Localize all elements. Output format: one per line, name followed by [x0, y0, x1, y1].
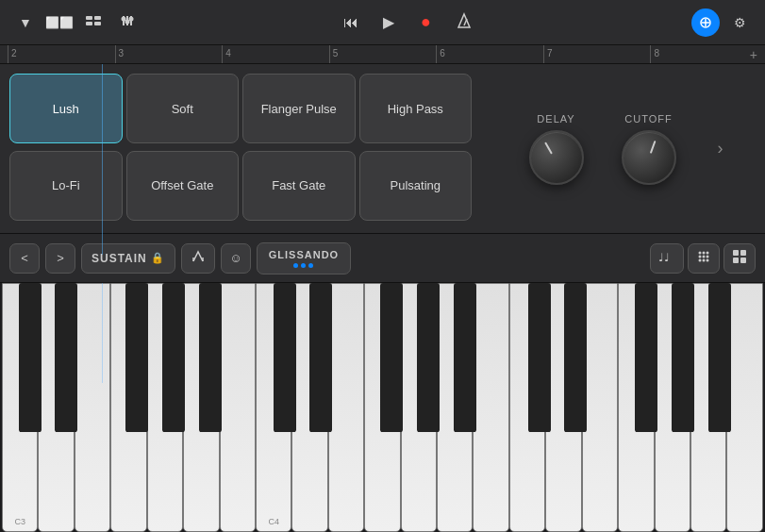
play-button[interactable]: ▶	[374, 8, 404, 38]
glissando-dot-1	[293, 263, 298, 268]
dots-button[interactable]	[688, 243, 720, 274]
rewind-icon: ⏮	[343, 14, 358, 31]
preset-flanger-pulse[interactable]: Flanger Pulse	[242, 74, 356, 143]
preset-offset-gate[interactable]: Offset Gate	[126, 151, 240, 221]
sustain-label: SUSTAIN	[91, 252, 147, 265]
cutoff-knob-container: CUTOFF	[622, 113, 676, 185]
svg-rect-28	[740, 250, 746, 256]
svg-point-25	[703, 259, 706, 262]
layout-button[interactable]: ⬜⬜	[45, 8, 74, 37]
preset-lo-fi[interactable]: Lo-Fi	[9, 151, 123, 221]
svg-point-24	[699, 259, 702, 262]
white-key-a5[interactable]	[690, 283, 726, 532]
add-track-button[interactable]: +	[750, 47, 757, 62]
gear-button[interactable]: ⚙	[725, 8, 754, 37]
ctrl-right: ♩♩	[650, 243, 756, 274]
list-button[interactable]	[79, 8, 108, 37]
record-button[interactable]: ●	[411, 8, 441, 38]
metronome-icon	[456, 12, 473, 33]
record-icon: ●	[421, 12, 431, 32]
dropdown-button[interactable]: ▼	[11, 8, 40, 37]
white-key-d4[interactable]	[291, 283, 327, 532]
dots-icon	[696, 249, 711, 267]
svg-rect-27	[733, 250, 739, 256]
cutoff-knob[interactable]	[622, 130, 676, 185]
emoji-button[interactable]: ☺	[221, 243, 251, 274]
ruler: 2 3 4 5 6 7 8 +	[0, 45, 765, 64]
svg-point-26	[707, 259, 709, 262]
list-icon	[86, 15, 101, 30]
emoji-icon: ☺	[229, 251, 241, 265]
glissando-label: GLISSANDO	[269, 249, 339, 260]
white-key-e3[interactable]	[75, 283, 110, 532]
gear-icon: ⚙	[734, 15, 746, 30]
svg-rect-29	[733, 258, 739, 263]
white-key-c5[interactable]	[509, 283, 545, 532]
ruler-mark-3: 3	[115, 45, 223, 63]
white-key-e4[interactable]	[328, 283, 364, 532]
preset-grid: Lush Soft Flanger Pulse High Pass Lo-Fi …	[0, 64, 481, 233]
white-key-b5[interactable]	[726, 283, 762, 532]
white-key-g4[interactable]	[401, 283, 437, 532]
lock-icon: 🔒	[151, 252, 165, 264]
white-key-a3[interactable]	[183, 283, 219, 532]
svg-point-22	[703, 256, 706, 258]
preset-lush[interactable]: Lush	[9, 74, 123, 143]
arpeggio-icon	[190, 248, 207, 268]
grid-button[interactable]	[723, 243, 756, 274]
svg-point-19	[703, 252, 706, 255]
preset-pulsating[interactable]: Pulsating	[359, 151, 473, 221]
forward-button[interactable]: >	[45, 243, 75, 274]
ruler-marks: 2 3 4 5 6 7 8	[8, 45, 757, 63]
white-key-f3[interactable]	[110, 283, 146, 532]
white-keys-container: C3 C4	[0, 283, 765, 532]
mixer-button[interactable]	[113, 8, 141, 37]
svg-point-7	[122, 17, 126, 22]
glissando-button[interactable]: GLISSANDO	[257, 242, 351, 274]
preset-soft[interactable]: Soft	[126, 74, 240, 143]
ruler-mark-8: 8	[650, 45, 757, 63]
white-key-c4[interactable]: C4	[256, 283, 291, 532]
back-button[interactable]: <	[9, 243, 40, 274]
delay-knob-container: DELAY	[529, 113, 584, 185]
arpeggio-button[interactable]	[181, 243, 215, 274]
metronome-button[interactable]	[449, 8, 479, 38]
main-content: Lush Soft Flanger Pulse High Pass Lo-Fi …	[0, 64, 765, 234]
white-key-b4[interactable]	[473, 283, 508, 532]
grid-icon	[732, 249, 747, 267]
play-icon: ▶	[383, 13, 394, 31]
svg-point-20	[707, 252, 709, 255]
sustain-button[interactable]: SUSTAIN 🔒	[81, 243, 175, 274]
white-key-d5[interactable]	[545, 283, 581, 532]
white-key-g3[interactable]	[147, 283, 183, 532]
white-key-f5[interactable]	[618, 283, 654, 532]
svg-point-23	[707, 256, 709, 258]
c4-label: C4	[268, 517, 279, 526]
glissando-indicators	[293, 263, 313, 268]
svg-rect-1	[94, 16, 101, 20]
svg-text:♩♩: ♩♩	[658, 251, 670, 264]
delay-knob[interactable]	[529, 130, 584, 185]
expand-button[interactable]: ›	[714, 135, 727, 162]
white-key-e5[interactable]	[582, 283, 618, 532]
controls-bar: < > SUSTAIN 🔒 ☺ GLISSANDO ♩♩	[0, 234, 765, 283]
dropdown-icon: ▼	[19, 15, 32, 30]
white-key-a4[interactable]	[437, 283, 473, 532]
active-icon[interactable]	[691, 8, 720, 37]
white-key-g5[interactable]	[655, 283, 690, 532]
ruler-mark-5: 5	[329, 45, 437, 63]
preset-high-pass[interactable]: High Pass	[359, 74, 473, 143]
svg-rect-0	[86, 16, 92, 20]
white-key-b3[interactable]	[220, 283, 256, 532]
svg-rect-3	[94, 22, 101, 25]
rewind-button[interactable]: ⏮	[336, 8, 366, 38]
timeline-area: 2 3 4 5 6 7 8 +	[0, 45, 765, 64]
notes-button[interactable]: ♩♩	[650, 243, 684, 274]
white-key-f4[interactable]	[364, 283, 400, 532]
preset-fast-gate[interactable]: Fast Gate	[242, 151, 356, 221]
white-key-d3[interactable]	[38, 283, 74, 532]
svg-rect-30	[740, 258, 746, 263]
layout-icon: ⬜⬜	[45, 16, 74, 29]
white-key-c3[interactable]: C3	[2, 283, 38, 532]
transport-controls: ⏮ ▶ ●	[336, 8, 479, 38]
